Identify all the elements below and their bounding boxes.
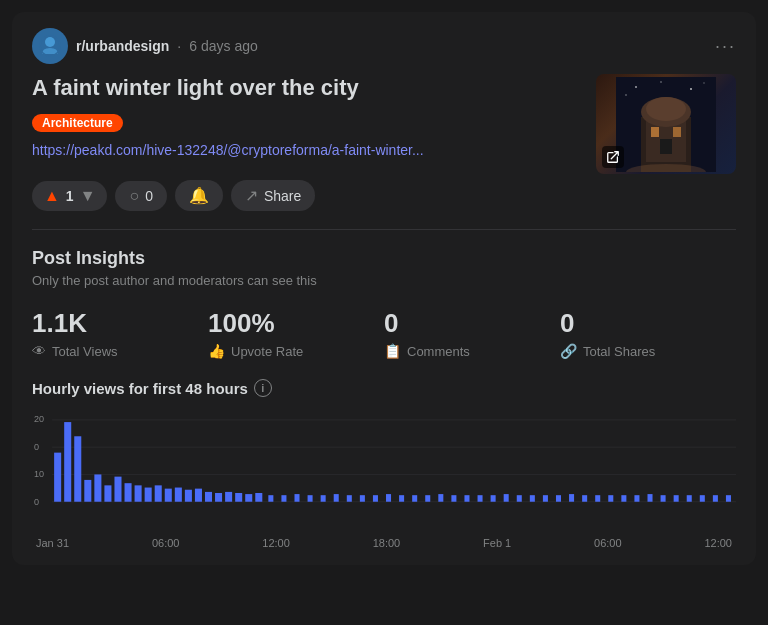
svg-rect-75 <box>661 495 666 502</box>
stat-rate-value: 100% <box>208 308 384 339</box>
chart-label-0600a: 06:00 <box>152 537 180 549</box>
stat-comments: 0 📋 Comments <box>384 308 560 359</box>
stat-total-views: 1.1K 👁 Total Views <box>32 308 208 359</box>
svg-rect-63 <box>504 494 509 502</box>
svg-rect-64 <box>517 495 522 502</box>
svg-rect-52 <box>360 495 365 502</box>
vote-count: 1 <box>66 188 74 204</box>
svg-point-6 <box>703 82 704 83</box>
post-card: r/urbandesign · 6 days ago ··· A faint w… <box>12 12 756 565</box>
svg-rect-37 <box>185 490 192 502</box>
chart-container: 20 0 10 0 <box>32 409 736 549</box>
svg-rect-33 <box>145 488 152 502</box>
svg-text:0: 0 <box>34 496 39 507</box>
insights-subtitle: Only the post author and moderators can … <box>32 273 736 288</box>
svg-rect-31 <box>125 483 132 502</box>
stat-rate-label: 👍 Upvote Rate <box>208 343 384 359</box>
svg-rect-28 <box>94 474 101 501</box>
content-left: A faint winter light over the city Archi… <box>32 74 584 170</box>
svg-rect-38 <box>195 489 202 502</box>
svg-rect-14 <box>660 139 672 154</box>
avatar[interactable] <box>32 28 68 64</box>
svg-rect-55 <box>399 495 404 502</box>
svg-rect-70 <box>595 495 600 502</box>
section-divider <box>32 229 736 230</box>
svg-rect-30 <box>114 477 121 502</box>
svg-rect-50 <box>334 494 339 502</box>
svg-rect-45 <box>268 495 273 502</box>
svg-rect-34 <box>155 485 162 501</box>
comments-stat-icon: 📋 <box>384 343 401 359</box>
chart-x-labels: Jan 31 06:00 12:00 18:00 Feb 1 06:00 12:… <box>32 537 736 549</box>
svg-rect-29 <box>104 485 111 501</box>
share-button[interactable]: ↗ Share <box>231 180 315 211</box>
more-options-button[interactable]: ··· <box>715 36 736 57</box>
svg-rect-68 <box>569 494 574 502</box>
stat-comments-value: 0 <box>384 308 560 339</box>
chart-title: Hourly views for first 48 hours i <box>32 379 736 397</box>
svg-rect-62 <box>491 495 496 502</box>
chart-label-1200b: 12:00 <box>704 537 732 549</box>
thumbnail-container <box>596 74 736 174</box>
comment-count: 0 <box>145 188 153 204</box>
info-icon[interactable]: i <box>254 379 272 397</box>
svg-rect-12 <box>651 127 659 137</box>
chart-label-feb1: Feb 1 <box>483 537 511 549</box>
svg-rect-54 <box>386 494 391 502</box>
svg-rect-57 <box>425 495 430 502</box>
svg-rect-40 <box>215 493 222 502</box>
header-left: r/urbandesign · 6 days ago <box>32 28 258 64</box>
svg-rect-66 <box>543 495 548 502</box>
svg-rect-46 <box>281 495 286 502</box>
svg-rect-74 <box>647 494 652 502</box>
svg-rect-35 <box>165 489 172 502</box>
svg-rect-44 <box>255 493 262 502</box>
comment-button[interactable]: ○ 0 <box>115 181 166 211</box>
svg-rect-76 <box>674 495 679 502</box>
stat-shares-label: 🔗 Total Shares <box>560 343 736 359</box>
share-icon: ↗ <box>245 186 258 205</box>
chart-label-1800a: 18:00 <box>373 537 401 549</box>
svg-rect-39 <box>205 492 212 502</box>
svg-rect-67 <box>556 495 561 502</box>
subreddit-name[interactable]: r/urbandesign <box>76 38 169 54</box>
svg-rect-58 <box>438 494 443 502</box>
chart-label-1200a: 12:00 <box>262 537 290 549</box>
svg-rect-71 <box>608 495 613 502</box>
award-button[interactable]: 🔔 <box>175 180 223 211</box>
svg-rect-26 <box>74 436 81 501</box>
svg-rect-60 <box>464 495 469 502</box>
svg-point-0 <box>45 37 55 47</box>
svg-point-11 <box>646 97 686 121</box>
chart-title-text: Hourly views for first 48 hours <box>32 380 248 397</box>
stat-shares-value: 0 <box>560 308 736 339</box>
svg-rect-49 <box>321 495 326 502</box>
vote-button[interactable]: ▲ 1 ▼ <box>32 181 107 211</box>
svg-rect-77 <box>687 495 692 502</box>
svg-rect-48 <box>308 495 313 502</box>
svg-rect-72 <box>621 495 626 502</box>
post-link[interactable]: https://peakd.com/hive-132248/@cryptoref… <box>32 142 584 158</box>
svg-rect-43 <box>245 494 252 502</box>
svg-rect-32 <box>135 485 142 501</box>
stat-views-label: 👁 Total Views <box>32 343 208 359</box>
post-title: A faint winter light over the city <box>32 74 584 103</box>
upvote-icon[interactable]: ▲ <box>44 187 60 205</box>
svg-point-7 <box>625 94 627 96</box>
hourly-chart: 20 0 10 0 <box>32 409 736 529</box>
stat-views-value: 1.1K <box>32 308 208 339</box>
external-link-button[interactable] <box>602 146 624 168</box>
svg-rect-69 <box>582 495 587 502</box>
svg-rect-79 <box>713 495 718 502</box>
svg-rect-59 <box>451 495 456 502</box>
separator-dot: · <box>177 38 181 54</box>
share-label: Share <box>264 188 301 204</box>
svg-rect-51 <box>347 495 352 502</box>
post-tag[interactable]: Architecture <box>32 114 123 132</box>
downvote-icon[interactable]: ▼ <box>80 187 96 205</box>
shares-icon: 🔗 <box>560 343 577 359</box>
svg-rect-13 <box>673 127 681 137</box>
award-icon: 🔔 <box>189 186 209 205</box>
comment-icon: ○ <box>129 187 139 205</box>
post-insights-section: Post Insights Only the post author and m… <box>32 248 736 549</box>
